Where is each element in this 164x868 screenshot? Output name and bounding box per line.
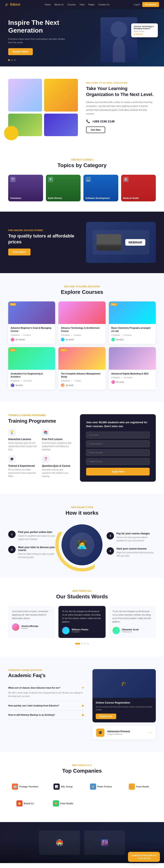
logo-text: Educo — [10, 3, 20, 6]
tutor-cta-button[interactable]: Know More — [8, 249, 31, 255]
nav-contact[interactable]: Contact Us — [98, 3, 109, 6]
course-card-1[interactable]: Sale Advance Beginner's Goal & Managing … — [8, 302, 55, 344]
faq-item-3[interactable]: How to add Notomy Backup to an Existing?… — [8, 710, 84, 719]
testimonial-text-3: To me, this has changed my life because … — [112, 610, 152, 624]
carousel-dot-1[interactable] — [75, 643, 80, 645]
course-students-3: 2 Students — [111, 334, 120, 336]
topic-name-1: Chemistry — [10, 197, 21, 199]
tutor-label: FIND AMAZING SUCCESS STORIES — [8, 229, 78, 231]
nav-pages[interactable]: Pages — [88, 3, 95, 6]
course-card-2[interactable]: Advance Technology & Architecture Course… — [58, 302, 105, 344]
company-name-4: Fumi Studio — [136, 785, 149, 788]
registration-button[interactable]: Register Now — [96, 714, 116, 719]
form-submit-button[interactable]: Apply Now — [86, 468, 150, 475]
topic-card-3[interactable]: 💻 Software Development — [84, 175, 118, 202]
instructor-name-3: By Maria — [116, 339, 124, 341]
instructor-avatar-1 — [11, 338, 14, 341]
take-learning-cta-button[interactable]: Join Now — [86, 126, 105, 133]
course-image-4: Sale — [8, 347, 55, 370]
company-logo-1: 🏢 Protage Tecnhino — [8, 780, 42, 793]
hero-cta-button[interactable]: Explore More — [8, 48, 33, 55]
course-body-4: Graduation For Engineering & Architect 5… — [8, 370, 55, 390]
enrolment-button[interactable]: Enrolment — [142, 2, 159, 7]
how-label: HAVE ONLINE TI ITION — [8, 506, 156, 508]
step-number-2: 2 — [8, 546, 15, 553]
admission-icon: 🎓 — [96, 728, 104, 737]
course-card-3[interactable]: Early Basic Chemistry Programs arranged … — [109, 302, 156, 344]
form-fullname[interactable] — [86, 432, 150, 438]
take-learning-label: WELCOME TO GLOBAL EDUCATION — [86, 82, 156, 84]
quiz-icon: ❓ — [42, 456, 50, 463]
topic-card-2[interactable]: 🌍 Earth History — [46, 175, 81, 202]
company-name-2: NSL Group — [61, 785, 73, 788]
testimonial-card-3: " To me, this has changed my life becaus… — [109, 606, 156, 638]
course-meta-3: 2 Students • 8 Lesson — [111, 334, 153, 336]
faq-left: FREQUENTLY ASKED QUESTIONS Academic Faq'… — [8, 669, 84, 740]
faq-chevron-2: ▶ — [82, 704, 84, 707]
author-info-1: Jessica Monrge Student — [21, 625, 38, 629]
company-logo-2: 📊 NSL Group — [46, 780, 80, 793]
topics-title: Topics by Category — [8, 162, 156, 168]
course-image-1: Sale — [8, 302, 55, 324]
form-email[interactable] — [86, 440, 150, 447]
feature-name-2: Free First Lesson — [42, 438, 72, 441]
step-title-4: Start your course lessons — [117, 547, 156, 550]
training-feature-3: 🎓 Trained & Experienced All our trainers… — [8, 456, 38, 478]
topic-card-1[interactable]: ⚗️ Chemistry — [8, 175, 43, 202]
hero-section: Inspire The Next Generation Find best on… — [0, 9, 164, 66]
nav-tutor[interactable]: Tutor — [79, 3, 85, 6]
registration-body: Online Course Registration You can acces… — [93, 698, 156, 723]
company-name-5: Brand Co — [24, 802, 34, 805]
course-card-5[interactable]: Early The Complete Advance Management St… — [58, 347, 105, 390]
nav-home[interactable]: Home — [45, 3, 51, 6]
company-logo-3: ⚡ Piwer Freinzo — [84, 780, 118, 793]
decorative-circle — [4, 126, 19, 140]
course-instructor-6: By Lucas — [111, 380, 153, 384]
tutor-image-area: WEBINAR — [86, 222, 156, 263]
how-step-1: 1 Find your perfect online tutor Search … — [8, 531, 57, 541]
instructor-avatar-5 — [61, 383, 65, 387]
carousel-dot-3[interactable] — [84, 643, 86, 645]
course-image-2 — [58, 302, 105, 324]
explore-label: WELCOME TO GLOBAL EDUCATION — [8, 285, 156, 288]
company-logo-5: 🌟 Brand Co — [8, 797, 42, 810]
nav-actions: Log In Enrolment — [134, 2, 159, 7]
carousel-dot-2[interactable] — [81, 643, 83, 645]
step-desc-2: Have an initial meeting to align on goal… — [18, 552, 57, 559]
course-card-4[interactable]: Sale Graduation For Engineering & Archit… — [8, 347, 55, 390]
course-lessons-4: 10 Lesson — [23, 380, 32, 382]
author-info-2: Williams Parker Graduate — [71, 628, 88, 633]
form-phone[interactable] — [86, 449, 150, 456]
faq-item-1[interactable]: What sort of classes does Educino have f… — [8, 683, 84, 701]
testimonials-carousel-dots — [8, 643, 156, 645]
carousel-dot-4[interactable] — [87, 643, 89, 645]
login-link[interactable]: Log In — [134, 3, 140, 6]
hero-dot-1[interactable] — [8, 59, 10, 61]
registration-image: 🎓 — [93, 669, 156, 698]
sticky-chat-widget[interactable]: Looking to study with us? +1 800 456 789 — [128, 852, 160, 862]
step-number-4: 4 — [107, 547, 114, 555]
course-card-6[interactable]: Advanced Digital Marketing & SEO 6 Stude… — [109, 347, 156, 390]
faq-item-2[interactable]: How quickly can I start studying from Ed… — [8, 701, 84, 710]
form-course[interactable] — [86, 458, 150, 465]
hero-dot-2[interactable] — [11, 59, 13, 61]
topic-bg-chemistry: ⚗️ Chemistry — [8, 175, 43, 202]
topic-card-4[interactable]: 🏥 Medical Health — [121, 175, 156, 202]
faq-title: Academic Faq's — [8, 673, 84, 678]
nav-about[interactable]: About Us — [54, 3, 64, 6]
nav-courses[interactable]: Courses — [67, 3, 76, 6]
hero-carousel-dots — [8, 59, 82, 61]
companies-label: MEET WORLD OF IT — [8, 764, 156, 767]
instructor-name-5: By Sarah — [66, 384, 73, 386]
admission-card[interactable]: 🎓 Admission Process 3 steps enrollment → — [93, 726, 156, 740]
how-layout: 1 Find your perfect online tutor Search … — [8, 524, 156, 565]
feature-desc-2: Free first lesson available to test qual… — [42, 441, 72, 451]
instructor-name-2: By James — [66, 339, 74, 341]
hero-dot-3[interactable] — [14, 59, 15, 61]
company-icon-6: 🎨 — [53, 800, 59, 806]
companies-grid: 🏢 Protage Tecnhino 📊 NSL Group ⚡ Piwer F… — [8, 780, 156, 810]
topic-bg-medical: 🏥 Medical Health — [121, 175, 156, 202]
faq-question-text-2: How quickly can I start studying from Ed… — [8, 704, 59, 707]
company-icon-4: 🎨 — [129, 783, 135, 790]
hero-card-title: Advance Technology & Managing Projects — [134, 25, 155, 30]
